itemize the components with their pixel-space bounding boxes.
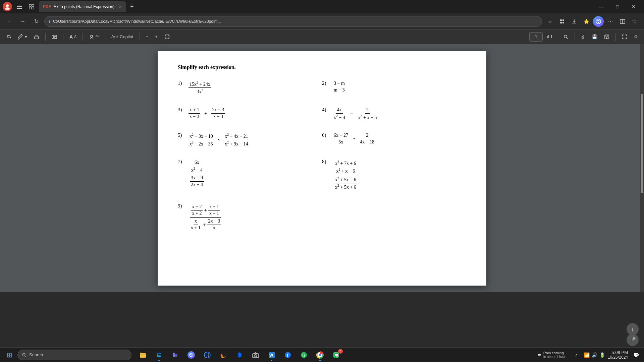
word-button[interactable]: W — [264, 348, 279, 362]
chrome-button[interactable] — [313, 348, 327, 362]
pdf-page: Simplify each expression. 1) 15x2 + 24x … — [158, 51, 486, 286]
problem-9-num: 9) — [178, 203, 184, 209]
taskbar-search[interactable]: Search — [17, 350, 131, 360]
weather-widget[interactable]: 🌧 Rain coming In about 1 hour — [535, 350, 569, 360]
back-button[interactable]: ← — [4, 16, 15, 27]
problem-5-content: 5) x2 − 3x − 10 x2 + 2x − 35 • x2 − 4x −… — [178, 132, 322, 147]
pdf-icon: PDF — [43, 4, 51, 9]
forward-button[interactable]: → — [17, 16, 28, 27]
dropbox-button[interactable] — [232, 348, 247, 362]
problem-3-num: 3) — [178, 107, 184, 113]
svg-point-49 — [255, 354, 257, 357]
eraser-button[interactable] — [32, 32, 41, 42]
tab-close-button[interactable]: ✕ — [118, 4, 122, 9]
clock[interactable]: 5:09 PM 10/26/2024 — [608, 350, 628, 360]
settings-button[interactable]: ⚙ — [632, 32, 640, 42]
facebook-button[interactable]: f — [280, 348, 295, 362]
favorites-button[interactable]: ☆ — [545, 16, 555, 27]
problem-4-frac2: 2 x2 + x − 6 — [357, 107, 378, 121]
tab-bar: PDF Extra points (Rational Expression) ✕… — [39, 1, 591, 12]
minimize-button[interactable]: — — [594, 1, 609, 12]
notification-app-button[interactable]: 💬 5 — [329, 348, 343, 362]
save-button[interactable]: 💾 — [590, 32, 599, 42]
ask-copilot-button[interactable]: Ask Copilot — [109, 32, 136, 42]
search-placeholder: Search — [29, 352, 43, 357]
save-as-button[interactable] — [602, 32, 611, 42]
close-button[interactable]: ✕ — [626, 1, 641, 12]
notification-button[interactable]: 💬 — [631, 350, 641, 360]
chrome-active-indicator — [319, 360, 321, 361]
refresh-button[interactable]: ↻ — [31, 16, 42, 27]
page-number-input[interactable] — [529, 32, 543, 42]
user-avatar[interactable] — [3, 2, 12, 11]
addressbar: ← → ↻ ℹ C:/Users/courts/AppData/Local/Mi… — [0, 13, 644, 29]
sidebar-toggle-button[interactable] — [15, 2, 24, 11]
favorites-bar-button[interactable]: ⭐ — [581, 16, 592, 27]
browser-essentials-button[interactable]: 🛡 — [629, 16, 640, 27]
edge-icon — [155, 351, 163, 359]
svg-point-31 — [22, 353, 25, 356]
svg-text:f: f — [287, 353, 288, 358]
downloads-button[interactable] — [569, 16, 580, 27]
fullscreen-button[interactable] — [620, 32, 629, 42]
zoom-in-button[interactable]: + — [153, 32, 160, 42]
more-button[interactable]: ⋯ — [605, 16, 616, 27]
collections-button[interactable] — [557, 16, 568, 27]
edge-button[interactable] — [152, 348, 166, 362]
pdf-area: Simplify each expression. 1) 15x2 + 24x … — [0, 44, 644, 292]
scroll-thumb[interactable] — [641, 94, 643, 193]
badge-5: 5 — [338, 349, 343, 354]
svg-rect-10 — [562, 19, 564, 21]
word-icon: W — [268, 351, 275, 359]
file-explorer-button[interactable] — [136, 348, 150, 362]
copilot-button[interactable] — [593, 16, 604, 27]
zoom-out-button[interactable]: − — [144, 32, 151, 42]
problem-3-frac2: 2x − 3 x − 3 — [211, 107, 225, 120]
camera-icon — [252, 351, 259, 359]
teams-icon — [171, 351, 179, 359]
text-box-button[interactable] — [50, 32, 59, 42]
split-screen-button[interactable] — [617, 16, 628, 27]
start-button[interactable]: ⊞ — [3, 348, 16, 362]
problem-6-num: 6) — [322, 132, 329, 138]
problem-1-content: 1) 15x2 + 24x 3x2 — [178, 80, 322, 95]
problems-row-2: 3) x + 1 x − 3 + 2x − 3 x − 3 — [178, 107, 466, 132]
highlight-tool-button[interactable] — [4, 32, 13, 42]
font-size-button[interactable]: A A — [67, 32, 78, 42]
network-icon[interactable]: 📶 — [584, 352, 590, 358]
weather-label: Rain coming — [543, 351, 566, 355]
problems-row-3: 5) x2 − 3x − 10 x2 + 2x − 35 • x2 − 4x −… — [178, 132, 466, 159]
scroll-track[interactable] — [640, 44, 644, 292]
system-tray: ∧ 📶 🔊 🔋 — [571, 350, 605, 360]
problem-1-numer: 15x2 + 24x — [189, 80, 211, 88]
problem-3-frac1: x + 1 x − 3 — [189, 107, 200, 120]
tray-up-arrow[interactable]: ∧ — [571, 350, 582, 360]
volume-icon[interactable]: 🔊 — [592, 352, 597, 358]
active-tab[interactable]: PDF Extra points (Rational Expression) ✕ — [39, 1, 126, 12]
annotation-button[interactable]: ▾ — [16, 32, 29, 42]
new-tab-button[interactable]: + — [127, 2, 137, 11]
maximize-button[interactable]: □ — [610, 1, 625, 12]
date-display: 10/26/2024 — [608, 355, 628, 360]
fit-page-button[interactable] — [162, 32, 172, 42]
divider-4 — [105, 33, 105, 41]
spotify-button[interactable] — [297, 348, 311, 362]
copilot-taskbar-icon — [187, 351, 195, 359]
teams-button[interactable] — [168, 348, 182, 362]
amazon-button[interactable]: a — [216, 348, 231, 362]
address-bar-input[interactable]: ℹ C:/Users/courts/AppData/Local/Microsof… — [44, 16, 542, 27]
svg-point-0 — [6, 4, 9, 7]
camera-button[interactable] — [248, 348, 263, 362]
search-doc-button[interactable] — [561, 32, 571, 42]
read-aloud-button[interactable]: ᴬᴬ — [87, 32, 101, 42]
problems-row-5: 9) x − 2 x + 2 + x − 1 x + 1 — [178, 203, 466, 244]
problem-5: 5) x2 − 3x − 10 x2 + 2x − 35 • x2 − 4x −… — [178, 132, 322, 147]
problem-5-frac1: x2 − 3x − 10 x2 + 2x − 35 — [189, 132, 214, 147]
browser-button[interactable] — [200, 348, 215, 362]
problem-6: 6) 6x − 27 5x • 2 4x − 18 — [322, 132, 466, 147]
battery-icon[interactable]: 🔋 — [599, 352, 605, 358]
svg-rect-22 — [52, 35, 57, 39]
copilot-taskbar-button[interactable] — [184, 348, 199, 362]
tab-preview-button[interactable] — [27, 2, 36, 11]
print-button[interactable]: 🖨 — [579, 32, 587, 42]
